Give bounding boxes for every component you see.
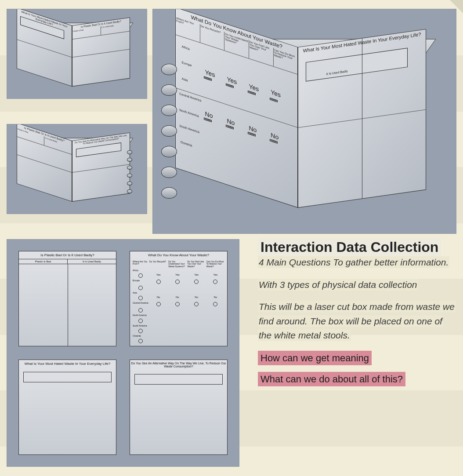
lever-icon — [127, 174, 132, 178]
lever-icon — [127, 150, 132, 154]
lever-icon — [161, 146, 177, 157]
lever-icon — [161, 125, 177, 137]
intro-paragraph-1: 4 Main Questions To gather better inform… — [258, 255, 456, 270]
flat-sheets-render: Is Plastic Bad Or Is It Used Badly? Plas… — [7, 239, 239, 467]
sheet-q4: Do You See An Alternative Way On The Way… — [130, 360, 228, 455]
lever-icon — [161, 84, 177, 96]
lever-icon — [127, 158, 132, 162]
text-column: Interaction Data Collection 4 Main Quest… — [245, 239, 456, 467]
sheet-q2: What Do You Know About Your Waste? Where… — [130, 251, 228, 346]
sheet-q3: What Is Your Most Hated Waste In Your Ev… — [18, 360, 116, 455]
sheet-q1: Is Plastic Bad Or Is It Used Badly? Plas… — [18, 251, 116, 346]
highlight-1: How can we get meaning — [258, 351, 456, 366]
lever-icon — [127, 166, 132, 170]
cube-render-thumb-1: What Is Your Most Hated Waste In Your Ev… — [7, 9, 147, 99]
highlight-2: What can we do about all of this? — [258, 372, 456, 387]
cube-render-thumb-2: Is Plastic Bad Or Is It Used Badly? Plas… — [7, 124, 147, 214]
lever-icon — [161, 105, 177, 116]
intro-paragraph-3: This will be a laser cut box made from w… — [258, 300, 456, 343]
cube-render-main: What Do You Know About Your Waste? Where… — [152, 9, 456, 234]
section-heading: Interaction Data Collection — [258, 238, 441, 256]
lever-icon — [161, 167, 177, 178]
lever-icon — [161, 64, 177, 75]
lever-icon — [127, 182, 132, 185]
intro-paragraph-2: With 3 types of physical data collection — [258, 278, 456, 292]
lever-icon — [127, 189, 132, 193]
lever-icon — [161, 187, 177, 199]
